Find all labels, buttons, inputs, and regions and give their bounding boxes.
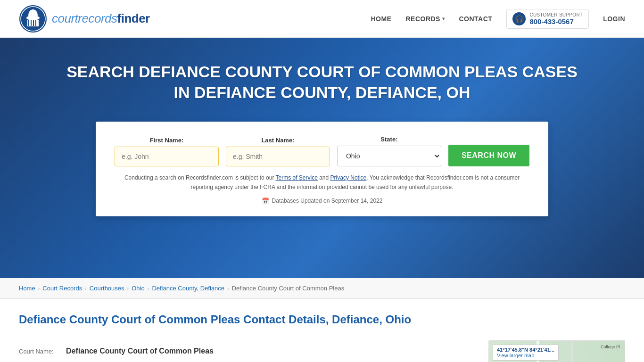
court-name-label: Court Name: — [19, 348, 61, 355]
hero-title: SEARCH DEFIANCE COUNTY COURT OF COMMON P… — [63, 61, 581, 103]
logo[interactable]: courtrecordsfinder — [19, 5, 150, 33]
breadcrumb-courthouses[interactable]: Courthouses — [90, 285, 124, 292]
breadcrumb: Home › Court Records › Courthouses › Ohi… — [0, 278, 644, 299]
breadcrumb-defiance-county[interactable]: Defiance County, Defiance — [152, 285, 224, 292]
search-button[interactable]: SEARCH NOW — [448, 145, 529, 166]
logo-icon — [19, 5, 47, 33]
chevron-down-icon: ▾ — [442, 16, 445, 21]
search-card: First Name: Last Name: State: Ohio Alaba… — [96, 122, 548, 216]
breadcrumb-sep-4: › — [148, 286, 149, 291]
breadcrumb-court-records[interactable]: Court Records — [42, 285, 82, 292]
state-label: State: — [337, 136, 441, 143]
svg-rect-8 — [35, 20, 36, 26]
breadcrumb-home[interactable]: Home — [19, 285, 35, 292]
nav-records[interactable]: RECORDS ▾ — [405, 15, 445, 23]
map-view-larger[interactable]: View larger map — [497, 353, 554, 358]
left-panel: Court Name: Defiance County Court of Com… — [19, 340, 470, 362]
tos-link[interactable]: Terms of Service — [276, 174, 318, 181]
content-layout: Court Name: Defiance County Court of Com… — [19, 340, 625, 362]
calendar-icon: 📅 — [262, 197, 269, 205]
court-name-value: Defiance County Court of Common Pleas — [66, 347, 214, 355]
map-coords: 41°17'45.8"N 84°21'41... — [497, 347, 554, 353]
header: courtrecordsfinder HOME RECORDS ▾ CONTAC… — [0, 0, 644, 38]
privacy-link[interactable]: Privacy Notice — [330, 174, 367, 181]
breadcrumb-ohio[interactable]: Ohio — [132, 285, 144, 292]
nav-contact[interactable]: CONTACT — [459, 15, 492, 23]
page-title: Defiance County Court of Common Pleas Co… — [19, 313, 625, 326]
hero-section: SEARCH DEFIANCE COUNTY COURT OF COMMON P… — [0, 38, 644, 278]
svg-point-3 — [26, 16, 40, 20]
first-name-input[interactable] — [115, 147, 219, 166]
first-name-group: First Name: — [115, 137, 219, 166]
disclaimer-text: Conducting a search on Recordsfinder.com… — [115, 173, 529, 191]
last-name-label: Last Name: — [226, 137, 330, 144]
main-content: Defiance County Court of Common Pleas Co… — [0, 299, 644, 362]
last-name-group: Last Name: — [226, 137, 330, 166]
map-info-box: 41°17'45.8"N 84°21'41... View larger map — [493, 345, 559, 361]
map-background: College Pl Optometric Group ance 📍 41°17… — [489, 341, 625, 362]
map-college-pl-label: College Pl — [601, 345, 620, 349]
breadcrumb-sep-1: › — [38, 286, 40, 291]
breadcrumb-sep-3: › — [127, 286, 129, 291]
breadcrumb-current: Defiance County Court of Common Pleas — [232, 285, 344, 292]
state-group: State: Ohio Alabama Alaska Arizona Calif… — [337, 136, 441, 166]
support-info: CUSTOMER SUPPORT 800-433-0567 — [529, 12, 583, 25]
svg-rect-7 — [33, 20, 34, 26]
breadcrumb-sep-2: › — [85, 286, 87, 291]
last-name-input[interactable] — [226, 147, 330, 166]
breadcrumb-sep-5: › — [227, 286, 229, 291]
state-select[interactable]: Ohio Alabama Alaska Arizona California F… — [337, 146, 441, 166]
headset-icon: 🎧 — [512, 12, 526, 25]
db-update: 📅 Databases Updated on September 14, 202… — [115, 197, 529, 205]
court-name-row: Court Name: Defiance County Court of Com… — [19, 340, 470, 362]
support-box[interactable]: 🎧 CUSTOMER SUPPORT 800-433-0567 — [506, 9, 589, 29]
svg-rect-6 — [31, 20, 32, 26]
main-nav: HOME RECORDS ▾ CONTACT 🎧 CUSTOMER SUPPOR… — [371, 9, 625, 29]
nav-home[interactable]: HOME — [371, 15, 391, 23]
first-name-label: First Name: — [115, 137, 219, 144]
login-button[interactable]: LOGIN — [603, 15, 625, 23]
right-panel: College Pl Optometric Group ance 📍 41°17… — [488, 340, 625, 362]
logo-text: courtrecordsfinder — [52, 11, 150, 26]
map-container[interactable]: College Pl Optometric Group ance 📍 41°17… — [488, 340, 625, 362]
search-fields: First Name: Last Name: State: Ohio Alaba… — [115, 136, 529, 166]
svg-rect-5 — [28, 20, 29, 26]
